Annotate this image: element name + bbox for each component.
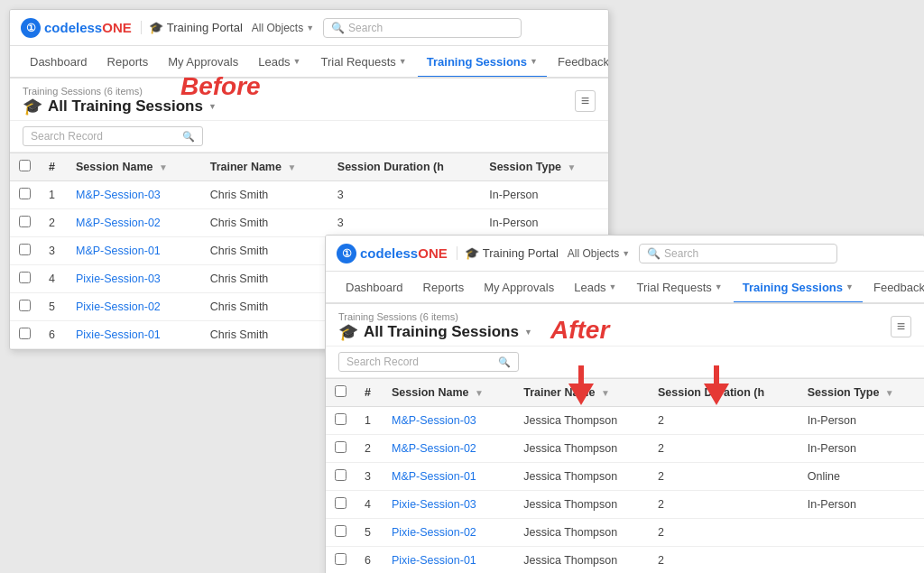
nav-dashboard-after[interactable]: Dashboard [337,273,412,303]
cell-duration: 3 [328,181,481,209]
nav-reports-before[interactable]: Reports [98,48,158,78]
title-caret-after[interactable]: ▼ [524,328,532,337]
logo-icon-after: ① [337,244,356,263]
nav-leads-after[interactable]: Leads ▼ [565,273,625,303]
before-label: Before [180,72,261,101]
cell-checkbox[interactable] [326,435,356,463]
all-objects-dropdown-after[interactable]: All Objects ▼ [568,247,630,260]
cell-session-name[interactable]: M&P-Session-02 [383,435,514,463]
cell-session-name[interactable]: Pixie-Session-01 [383,547,514,574]
cell-checkbox[interactable] [326,491,356,519]
table-row: 6 Pixie-Session-01 Jessica Thompson 2 [326,547,924,574]
cell-duration: 2 [649,435,799,463]
cell-trainer: Chris Smith [201,321,328,349]
search-icon-after: 🔍 [647,247,661,260]
cell-checkbox[interactable] [326,519,356,547]
cell-num: 1 [356,407,383,435]
table-row: 2 M&P-Session-02 Chris Smith 3 In-Person [10,209,608,237]
panel-toggle-before[interactable]: ≡ [575,90,596,112]
cell-num: 2 [40,209,67,237]
header-session-name-before[interactable]: Session Name ▼ [67,153,201,181]
cell-session-name[interactable]: Pixie-Session-03 [383,491,514,519]
cell-session-name[interactable]: M&P-Session-01 [383,463,514,491]
arrow-stem-trainer [578,365,584,384]
all-objects-dropdown-before[interactable]: All Objects ▼ [252,22,314,34]
table-row: 2 M&P-Session-02 Jessica Thompson 2 In-P… [326,435,924,463]
cell-session-name[interactable]: M&P-Session-01 [67,237,201,265]
title-caret-before[interactable]: ▼ [208,102,217,111]
portal-text-after: Training Portal [483,246,559,260]
cell-session-name[interactable]: M&P-Session-02 [67,209,201,237]
cell-duration: 3 [328,209,481,237]
nav-reports-after[interactable]: Reports [414,273,474,303]
cell-num: 2 [356,435,383,463]
cell-checkbox[interactable] [10,265,40,293]
cell-checkbox[interactable] [10,181,40,209]
nav-trainingsessions-before[interactable]: Training Sessions ▼ [418,48,547,78]
header-trainer-name-before[interactable]: Trainer Name ▼ [201,153,328,181]
portal-label-before: 🎓 Training Portal [141,21,243,34]
navbar-before: Dashboard Reports My Approvals Leads ▼ T… [10,46,608,79]
search-record-input-after[interactable]: Search Record 🔍 [338,352,519,372]
search-record-input-before[interactable]: Search Record 🔍 [23,126,203,146]
after-panel: ① codelessONE 🎓 Training Portal All Obje… [325,235,924,573]
cell-trainer: Jessica Thompson [514,547,649,574]
search-record-bar-after: Search Record 🔍 [326,347,924,378]
nav-trialrequests-after[interactable]: Trial Requests ▼ [628,273,732,303]
search-record-bar-before: Search Record 🔍 [10,121,608,152]
cell-trainer: Chris Smith [201,237,328,265]
cell-num: 1 [40,181,67,209]
portal-text: Training Portal [167,21,243,34]
search-record-icon-before: 🔍 [182,131,195,143]
cell-checkbox[interactable] [10,237,40,265]
table-row: 1 M&P-Session-03 Jessica Thompson 2 In-P… [326,407,924,435]
trainer-arrow-annotation [568,365,594,405]
arrow-stem-duration [714,365,719,384]
cell-trainer: Jessica Thompson [514,463,649,491]
nav-dashboard-before[interactable]: Dashboard [21,48,97,78]
search-bar-after[interactable]: 🔍 Search [639,244,837,263]
subheader-title-after: 🎓 All Training Sessions ▼ [338,322,532,342]
nav-trainingsessions-after[interactable]: Training Sessions ▼ [734,273,863,303]
topbar-before: ① codelessONE 🎓 Training Portal All Obje… [10,10,608,46]
header-checkbox-after[interactable] [326,379,356,407]
cell-checkbox[interactable] [326,407,356,435]
cell-trainer: Jessica Thompson [514,407,649,435]
logo-before: ① codelessONE [21,18,132,38]
cell-checkbox[interactable] [10,209,40,237]
cell-trainer: Jessica Thompson [514,435,649,463]
table-row: 1 M&P-Session-03 Chris Smith 3 In-Person [10,181,608,209]
cell-checkbox[interactable] [10,321,40,349]
logo-icon: ① [21,18,41,38]
table-header-before: # Session Name ▼ Trainer Name ▼ Session … [10,153,608,181]
nav-feedbacks-before[interactable]: Feedbacks ▼ [549,48,608,78]
cell-checkbox[interactable] [326,547,356,574]
panel-toggle-after[interactable]: ≡ [891,316,911,337]
cell-checkbox[interactable] [10,293,40,321]
portal-label-after: 🎓 Training Portal [457,246,559,260]
cell-session-name[interactable]: Pixie-Session-02 [383,519,514,547]
cell-session-name[interactable]: Pixie-Session-01 [67,321,201,349]
nav-feedbacks-after[interactable]: Feedbacks ▼ [864,273,924,303]
cell-session-name[interactable]: M&P-Session-03 [383,407,514,435]
nav-myapprovals-after[interactable]: My Approvals [475,273,563,303]
header-session-name-after[interactable]: Session Name ▼ [383,379,514,407]
header-session-type-before[interactable]: Session Type ▼ [480,153,608,181]
subheader-after: Training Sessions (6 items) 🎓 All Traini… [326,304,924,347]
duration-arrow-annotation [704,365,729,405]
cell-duration: 2 [649,519,799,547]
search-bar-before[interactable]: 🔍 Search [323,18,522,38]
cell-type: In-Person [799,407,924,435]
subheader-before: Training Sessions (6 items) 🎓 All Traini… [10,79,608,121]
cell-checkbox[interactable] [326,463,356,491]
nav-trialrequests-before[interactable]: Trial Requests ▼ [312,48,416,78]
header-checkbox-before[interactable] [10,153,40,181]
cell-session-name[interactable]: Pixie-Session-02 [67,293,201,321]
header-session-duration-before[interactable]: Session Duration (h [328,153,481,181]
header-session-type-after[interactable]: Session Type ▼ [799,379,924,407]
cell-session-name[interactable]: Pixie-Session-03 [67,265,201,293]
cell-num: 6 [40,321,67,349]
cell-type [799,547,924,574]
cell-session-name[interactable]: M&P-Session-03 [67,181,201,209]
logo-text-after: codelessONE [360,245,448,261]
